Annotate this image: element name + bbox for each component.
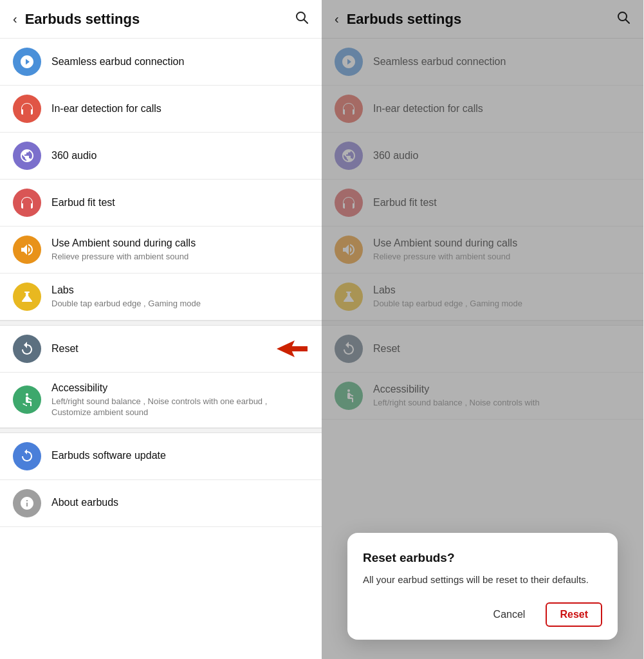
reset-icon [13,335,41,363]
section-divider [0,428,322,433]
list-item[interactable]: 360 audio [0,133,322,180]
item-title: Accessibility [51,382,309,395]
item-text: Earbuds software update [51,449,309,463]
seamless-icon [13,48,41,76]
reset-dialog: Reset earbuds? All your earbud settings … [347,533,618,640]
item-text: In-ear detection for calls [51,102,309,116]
list-item[interactable]: Seamless earbud connection [0,39,322,86]
about-icon [13,489,41,517]
dialog-buttons: Cancel Reset [363,602,602,627]
360audio-icon [13,142,41,170]
item-text: 360 audio [51,149,309,163]
dialog-title: Reset earbuds? [363,551,602,565]
left-header: ‹ Earbuds settings [0,0,322,39]
section-divider [0,320,322,326]
search-icon[interactable] [295,10,309,28]
item-title: Seamless earbud connection [51,55,309,69]
item-text: Labs Double tap earbud edge , Gaming mod… [51,284,309,310]
accessibility-icon [13,385,41,414]
list-item[interactable]: Earbud fit test [0,180,322,227]
dialog-overlay: Reset earbuds? All your earbud settings … [322,0,643,659]
header-left: ‹ Earbuds settings [13,11,140,28]
item-subtitle: Double tap earbud edge , Gaming mode [51,299,309,310]
dialog-message: All your earbud settings will be reset t… [363,573,602,588]
cancel-button[interactable]: Cancel [486,604,533,626]
item-text: About earbuds [51,496,309,510]
right-panel: ‹ Earbuds settings Seamless earbud conne… [322,0,643,659]
reset-list-item[interactable]: Reset [0,326,322,373]
item-title: 360 audio [51,149,309,163]
back-icon[interactable]: ‹ [13,12,17,26]
list-item[interactable]: Use Ambient sound during calls Relieve p… [0,227,322,274]
item-title: About earbuds [51,496,309,510]
list-item[interactable]: About earbuds [0,480,322,527]
item-text: Seamless earbud connection [51,55,309,69]
left-panel: ‹ Earbuds settings Seamless earbud conne… [0,0,322,659]
item-text: Reset [51,342,242,356]
item-title: Earbud fit test [51,196,309,210]
list-item[interactable]: In-ear detection for calls [0,86,322,133]
reset-arrow [257,338,309,360]
list-item[interactable]: Earbuds software update [0,433,322,480]
ambient-icon [13,236,41,264]
item-title: Use Ambient sound during calls [51,237,309,250]
page-title: Earbuds settings [25,11,140,28]
list-item[interactable]: Accessibility Left/right sound balance ,… [0,373,322,428]
in-ear-icon [13,95,41,123]
fit-test-icon [13,189,41,217]
svg-point-4 [26,393,28,396]
labs-icon [13,283,41,311]
update-icon [13,442,41,470]
item-text: Earbud fit test [51,196,309,210]
item-subtitle: Left/right sound balance , Noise control… [51,396,309,418]
item-title: In-ear detection for calls [51,102,309,116]
item-subtitle: Relieve pressure with ambient sound [51,252,309,263]
item-title: Reset [51,342,242,356]
item-text: Accessibility Left/right sound balance ,… [51,382,309,418]
item-title: Labs [51,284,309,297]
svg-line-1 [304,20,308,24]
list-item[interactable]: Labs Double tap earbud edge , Gaming mod… [0,274,322,320]
item-text: Use Ambient sound during calls Relieve p… [51,237,309,263]
item-title: Earbuds software update [51,449,309,463]
svg-rect-3 [291,346,308,351]
left-settings-list: Seamless earbud connection In-ear detect… [0,39,322,659]
reset-confirm-button[interactable]: Reset [546,602,602,627]
